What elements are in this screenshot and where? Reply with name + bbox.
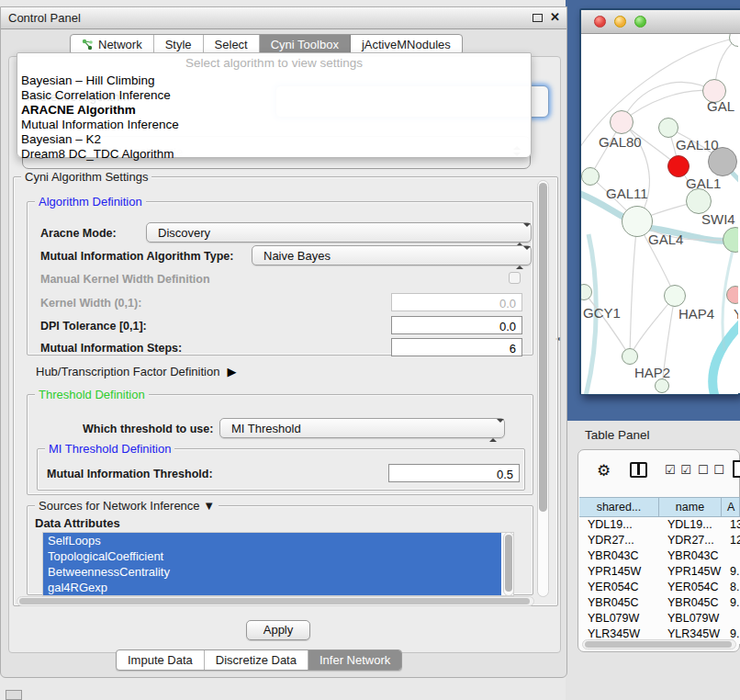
attributes-vscroll-thumb[interactable] [505, 535, 512, 592]
network-node-gal1[interactable] [686, 188, 712, 214]
list-item-betweennesscentrality[interactable]: BetweennessCentrality [43, 564, 501, 580]
network-node-bottom[interactable] [655, 378, 669, 393]
network-node-gal80[interactable] [610, 110, 633, 134]
column-visibility-icon[interactable] [630, 462, 647, 478]
manual-kernel-checkbox[interactable] [509, 272, 521, 284]
network-node-hap2[interactable] [622, 348, 638, 365]
table-row[interactable]: YBR043C YBR043C [579, 548, 740, 564]
settings-vertical-scrollbar[interactable] [537, 180, 549, 597]
table-row[interactable]: YBL079W YBL079W [579, 611, 740, 627]
aracne-mode-combo[interactable]: Discovery [146, 222, 532, 243]
cell-name: YBR043C [659, 548, 722, 564]
tab-cyni-toolbox[interactable]: Cyni Toolbox [260, 35, 351, 54]
settings-horizontal-scrollbar[interactable] [17, 596, 534, 606]
list-item-gal4rgexp[interactable]: gal4RGexp [43, 580, 501, 595]
column-header-partial[interactable]: A [722, 498, 740, 516]
popup-item-mutual-information[interactable]: Mutual Information Inference [21, 118, 526, 132]
sources-title-row[interactable]: Sources for Network Inference ▼ [35, 499, 219, 513]
mi-type-value: Naive Bayes [263, 249, 331, 263]
attributes-vertical-scrollbar[interactable] [503, 532, 514, 596]
algorithm-dropdown-popup: Inference Algorithm Select algorithm to … [17, 52, 532, 158]
collapsed-panel-icon[interactable] [6, 690, 22, 700]
tab-discretize-data[interactable]: Discretize Data [205, 650, 308, 670]
tab-impute-data[interactable]: Impute Data [117, 650, 205, 670]
cell-name: YPR145W [659, 564, 722, 580]
apply-button[interactable]: Apply [246, 620, 310, 640]
cell-value: 9. [722, 564, 740, 580]
table-row[interactable]: YDR27... YDR27... 12 [579, 533, 740, 548]
export-table-icon[interactable] [733, 460, 740, 478]
tab-network[interactable]: Network [71, 35, 154, 54]
select-all-icon[interactable]: ☑ ☑ [665, 463, 692, 477]
tab-jactivemnodules-label: jActiveMNodules [362, 38, 451, 51]
gear-icon[interactable]: ⚙ [597, 461, 611, 480]
tab-select[interactable]: Select [204, 35, 260, 54]
network-node-pink-right[interactable] [726, 286, 738, 304]
network-node-selected[interactable] [667, 155, 690, 177]
close-traffic-light[interactable] [594, 16, 606, 28]
deselect-all-icon[interactable]: ☐ ☐ [698, 463, 725, 477]
cell-shared-name: YDR27... [579, 533, 659, 548]
cell-value [722, 611, 740, 627]
threshold-definition-title: Threshold Definition [35, 388, 149, 401]
tab-cyni-toolbox-label: Cyni Toolbox [271, 38, 339, 51]
network-canvas[interactable]: GAL GAL80 GAL10 GAL11 GAL1 GAL4 SWI4 GCY… [581, 34, 738, 394]
network-node-gal10[interactable] [658, 118, 678, 138]
close-icon[interactable]: ✕ [550, 10, 560, 24]
node-label: GAL11 [606, 186, 648, 201]
column-header-shared[interactable]: shared... [579, 498, 659, 516]
aracne-mode-value: Discovery [158, 226, 210, 240]
cyni-algorithm-settings-group: Cyni Algorithm Settings Algorithm Defini… [13, 176, 558, 606]
dpi-tolerance-input[interactable] [391, 316, 522, 334]
tab-infer-network[interactable]: Infer Network [308, 650, 401, 670]
cell-value: 13 [722, 517, 740, 533]
settings-hscroll-thumb[interactable] [19, 598, 530, 604]
kernel-width-input[interactable] [391, 293, 522, 311]
table-hscroll-thumb[interactable] [585, 641, 732, 648]
tab-jactivemnodules[interactable]: jActiveMNodules [351, 35, 462, 54]
expand-arrow-icon: ▶ [227, 365, 236, 378]
popup-item-aracne[interactable]: ARACNE Algorithm [21, 103, 526, 118]
zoom-traffic-light[interactable] [634, 16, 646, 28]
network-window-titlebar [581, 10, 740, 34]
popup-item-dream8[interactable]: Dream8 DC_TDC Algorithm [21, 147, 526, 162]
tab-style[interactable]: Style [154, 35, 204, 54]
mi-steps-input[interactable] [391, 338, 522, 356]
node-label: GAL1 [686, 175, 721, 191]
settings-vscroll-thumb[interactable] [539, 183, 547, 512]
table-row[interactable]: YPR145W YPR145W 9. [579, 564, 740, 580]
minimize-traffic-light[interactable] [614, 16, 626, 28]
node-label: HAP4 [678, 306, 714, 322]
threshold-definition-group: Threshold Definition Which threshold to … [27, 394, 533, 495]
popup-item-bayesian-hill[interactable]: Bayesian – Hill Climbing [21, 73, 526, 88]
which-threshold-label: Which threshold to use: [83, 423, 213, 435]
popup-item-basic-correlation[interactable]: Basic Correlation Inference [21, 88, 526, 103]
node-label: Y [734, 306, 738, 322]
mi-type-combo[interactable]: Naive Bayes [252, 245, 532, 265]
table-horizontal-scrollbar[interactable] [582, 639, 736, 649]
tab-infer-network-label: Infer Network [320, 653, 390, 667]
table-row[interactable]: YBR045C YBR045C 9. [579, 595, 740, 611]
cell-shared-name: YBR043C [579, 548, 659, 564]
popup-item-bayesian-k2[interactable]: Bayesian – K2 [21, 132, 526, 147]
list-item-topologicalcoefficient[interactable]: TopologicalCoefficient [43, 548, 501, 564]
table-row[interactable]: YDL19... YDL19... 13 [579, 517, 740, 533]
hub-definition-expander[interactable]: Hub/Transcription Factor Definition ▶ [36, 365, 236, 378]
sources-group: Sources for Network Inference ▼ Data Att… [27, 505, 533, 595]
algorithm-definition-group: Algorithm Definition Aracne Mode: Discov… [27, 201, 533, 356]
column-header-name[interactable]: name [659, 498, 722, 516]
mi-threshold-definition-title: MI Threshold Definition [45, 442, 174, 456]
chevron-updown-icon [489, 423, 498, 435]
cell-shared-name: YER054C [579, 580, 659, 595]
network-node-gal11[interactable] [581, 167, 600, 186]
table-row[interactable]: YER054C YER054C 8. [579, 580, 740, 595]
algorithm-definition-title: Algorithm Definition [35, 195, 146, 209]
which-threshold-combo[interactable]: MI Threshold [219, 418, 505, 438]
cell-shared-name: YBR045C [579, 595, 659, 611]
float-panel-icon[interactable] [533, 14, 543, 22]
cell-name: YBR045C [659, 595, 722, 611]
network-node-hap4[interactable] [664, 285, 686, 307]
chevron-updown-icon [516, 250, 524, 263]
mi-threshold-input[interactable] [388, 464, 520, 482]
list-item-selfloops[interactable]: SelfLoops [43, 533, 501, 548]
